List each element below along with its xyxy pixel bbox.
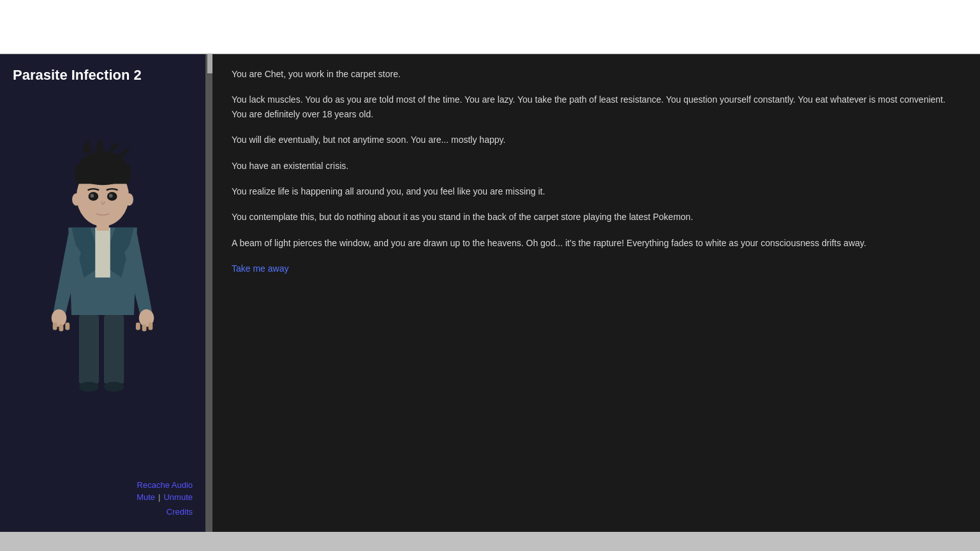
svg-rect-1 (104, 315, 124, 384)
unmute-link[interactable]: Unmute (163, 492, 193, 502)
mute-unmute-row: Mute | Unmute (0, 492, 193, 504)
svg-point-3 (104, 382, 124, 392)
game-title: Parasite Infection 2 (0, 54, 205, 90)
svg-rect-8 (59, 325, 63, 332)
svg-rect-11 (142, 325, 147, 332)
recache-audio-link[interactable]: Recache Audio (0, 480, 193, 490)
svg-rect-12 (148, 323, 152, 330)
svg-rect-0 (79, 315, 99, 384)
scroll-bar[interactable] (207, 54, 212, 532)
bottom-bar (0, 532, 980, 551)
paragraph-4: You have an existential crisis. (232, 159, 961, 173)
paragraph-7: A beam of light pierces the window, and … (232, 236, 961, 250)
mute-link[interactable]: Mute (137, 492, 155, 502)
paragraph-6: You contemplate this, but do nothing abo… (232, 210, 961, 224)
content-area: You are Chet, you work in the carpet sto… (212, 54, 980, 532)
paragraph-1: You are Chet, you work in the carpet sto… (232, 67, 961, 81)
svg-point-20 (72, 193, 81, 206)
paragraph-3: You will die eventually, but not anytime… (232, 133, 961, 147)
svg-point-19 (109, 194, 113, 198)
svg-point-2 (79, 382, 99, 392)
svg-rect-4 (95, 228, 110, 277)
top-bar (0, 0, 980, 54)
svg-point-21 (124, 193, 133, 206)
svg-rect-10 (136, 323, 140, 330)
separator: | (158, 492, 160, 504)
sidebar: Parasite Infection 2 (0, 54, 207, 532)
paragraph-2: You lack muscles. You do as you are told… (232, 92, 961, 121)
sidebar-controls: Recache Audio Mute | Unmute Credits (0, 480, 205, 519)
svg-rect-7 (53, 323, 57, 330)
take-me-away-link[interactable]: Take me away (232, 263, 288, 274)
credits-link[interactable]: Credits (0, 507, 193, 517)
scroll-thumb[interactable] (207, 54, 212, 73)
svg-point-18 (90, 194, 94, 198)
character-image (20, 90, 186, 402)
svg-rect-9 (65, 323, 70, 330)
main-container: Parasite Infection 2 (0, 54, 980, 532)
paragraph-5: You realize life is happening all around… (232, 184, 961, 198)
